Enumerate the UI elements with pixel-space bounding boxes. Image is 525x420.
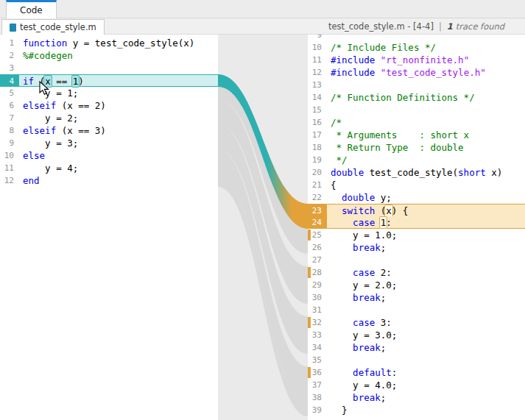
- trace-header-separator: |: [439, 21, 442, 32]
- code-line-8[interactable]: 8elseif (x == 3): [0, 124, 218, 137]
- code-text: double test_code_style(short x): [327, 166, 502, 179]
- line-number: 22: [308, 191, 327, 204]
- line-number: 13: [308, 79, 327, 91]
- code-line-13[interactable]: 13: [308, 79, 525, 91]
- code-text: #include "test_code_style.h": [327, 66, 486, 79]
- code-line-34[interactable]: 34 break;: [308, 341, 525, 354]
- code-line-28[interactable]: 28 case 2:: [308, 266, 525, 279]
- code-line-9[interactable]: 9: [308, 35, 525, 41]
- code-line-24[interactable]: 24 case 1:: [308, 216, 525, 229]
- matlab-source-panel[interactable]: 1function y = test_code_style(x)2%#codeg…: [0, 35, 218, 420]
- code-line-32[interactable]: 32 case 3:: [308, 316, 525, 329]
- matlab-code-lines: 1function y = test_code_style(x)2%#codeg…: [0, 37, 218, 187]
- code-text: y = 4;: [19, 162, 78, 174]
- code-line-29[interactable]: 29 y = 2.0;: [308, 279, 525, 291]
- tab-code[interactable]: Code: [6, 0, 57, 18]
- line-number: 39: [308, 404, 327, 416]
- code-line-12[interactable]: 12end: [0, 174, 218, 187]
- code-line-37[interactable]: 37 y = 4.0;: [308, 379, 525, 391]
- code-line-31[interactable]: 31: [308, 304, 525, 316]
- line-number: 27: [308, 254, 327, 266]
- code-line-14[interactable]: 14/* Function Definitions */: [308, 91, 525, 104]
- line-number: 17: [308, 129, 327, 141]
- code-line-30[interactable]: 30 break;: [308, 291, 525, 304]
- code-line-10[interactable]: 10else: [0, 149, 218, 162]
- code-text: %#codegen: [19, 49, 73, 62]
- line-number: 29: [308, 279, 327, 291]
- code-line-11[interactable]: 11#include "rt_nonfinite.h": [308, 54, 525, 66]
- code-line-12[interactable]: 12#include "test_code_style.h": [308, 66, 525, 79]
- code-text: y = 1.0;: [327, 229, 397, 241]
- code-text: /* Include Files */: [327, 41, 436, 54]
- code-text: [327, 304, 331, 316]
- code-text: [327, 35, 331, 41]
- code-line-26[interactable]: 26 break;: [308, 241, 525, 254]
- code-text: default:: [327, 366, 397, 379]
- code-text: break;: [327, 341, 386, 354]
- code-line-7[interactable]: 7 y = 2;: [0, 112, 218, 124]
- code-line-35[interactable]: 35: [308, 354, 525, 366]
- tab-code-label: Code: [20, 5, 43, 15]
- code-text: [327, 79, 331, 91]
- code-line-39[interactable]: 39 }: [308, 404, 525, 416]
- code-line-15[interactable]: 15: [308, 104, 525, 116]
- code-text: if (x == 1): [19, 75, 84, 86]
- line-number: 2: [0, 49, 19, 62]
- line-number: 6: [0, 99, 19, 112]
- line-number: 24: [308, 216, 327, 228]
- line-number: 14: [308, 91, 327, 104]
- code-line-21[interactable]: 21{: [308, 179, 525, 191]
- code-text: #include "rt_nonfinite.h": [327, 54, 469, 66]
- code-line-23[interactable]: 23 switch (x) {: [308, 204, 525, 216]
- generated-c-code-panel[interactable]: 910/* Include Files */11#include "rt_non…: [308, 35, 525, 420]
- code-line-3[interactable]: 3: [0, 62, 218, 74]
- code-line-16[interactable]: 16/*: [308, 116, 525, 129]
- line-number: 33: [308, 329, 327, 341]
- line-number: 7: [0, 112, 19, 124]
- code-line-25[interactable]: 25 y = 1.0;: [308, 229, 525, 241]
- code-line-11[interactable]: 11 y = 4;: [0, 162, 218, 174]
- code-line-9[interactable]: 9 y = 3;: [0, 137, 218, 149]
- code-trace-window: Code test_code_style.m test_code_style.m…: [0, 0, 525, 420]
- code-line-1[interactable]: 1function y = test_code_style(x): [0, 37, 218, 49]
- line-number: 5: [0, 87, 19, 99]
- line-number: 10: [0, 149, 19, 162]
- code-line-33[interactable]: 33 y = 3.0;: [308, 329, 525, 341]
- matlab-file-icon: [10, 24, 16, 32]
- code-line-4[interactable]: 4if (x == 1): [0, 74, 218, 87]
- code-line-10[interactable]: 10/* Include Files */: [308, 41, 525, 54]
- editor-tab-test-code-style[interactable]: test_code_style.m: [1, 19, 105, 35]
- code-line-6[interactable]: 6elseif (x == 2): [0, 99, 218, 112]
- line-number: 36: [308, 366, 327, 379]
- code-line-19[interactable]: 19 */: [308, 154, 525, 166]
- main-tabbar: Code: [0, 0, 525, 18]
- code-line-38[interactable]: 38 break;: [308, 391, 525, 404]
- line-number: 9: [0, 137, 19, 149]
- code-line-5[interactable]: 5 y = 1;: [0, 87, 218, 99]
- code-text: break;: [327, 391, 386, 404]
- line-number: 9: [308, 35, 327, 41]
- line-number: 32: [308, 316, 327, 329]
- code-text: /*: [327, 116, 342, 129]
- code-line-2[interactable]: 2%#codegen: [0, 49, 218, 62]
- code-line-20[interactable]: 20double test_code_style(short x): [308, 166, 525, 179]
- code-text: */: [327, 154, 348, 166]
- line-number: 28: [308, 266, 327, 279]
- line-number: 3: [0, 62, 19, 74]
- code-line-17[interactable]: 17 * Arguments : short x: [308, 129, 525, 141]
- content-area: 1function y = test_code_style(x)2%#codeg…: [0, 35, 525, 420]
- code-line-27[interactable]: 27: [308, 254, 525, 266]
- code-text: {: [327, 179, 337, 191]
- line-number: 4: [0, 75, 19, 86]
- line-number: 37: [308, 379, 327, 391]
- code-line-22[interactable]: 22 double y;: [308, 191, 525, 204]
- code-line-36[interactable]: 36 default:: [308, 366, 525, 379]
- code-text: }: [327, 404, 348, 416]
- code-text: y = 3;: [19, 137, 78, 149]
- code-text: end: [19, 174, 40, 187]
- line-number: 10: [308, 41, 327, 54]
- line-number: 21: [308, 179, 327, 191]
- code-line-18[interactable]: 18 * Return Type : double: [308, 141, 525, 154]
- code-text: y = 4.0;: [327, 379, 397, 391]
- code-text: case 3:: [327, 316, 392, 329]
